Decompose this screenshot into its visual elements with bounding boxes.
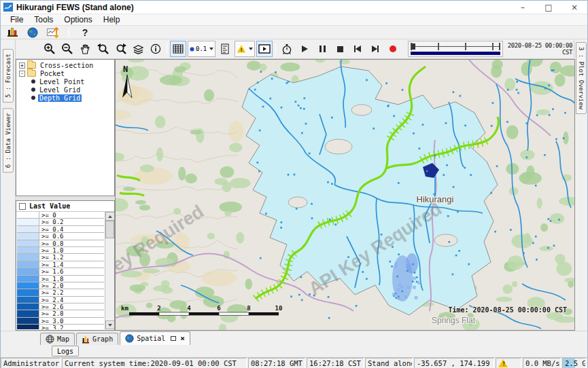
legend-entry: >= 0.6 <box>17 233 104 240</box>
time-slider-thumb[interactable] <box>412 43 415 50</box>
legend-label: >= 1.0 <box>39 247 64 253</box>
svg-text:10: 10 <box>275 305 283 312</box>
thresholds-warning-dropdown[interactable]: ! <box>235 41 255 57</box>
legend-label: >= 0.6 <box>39 233 64 239</box>
pause-button[interactable] <box>314 41 330 57</box>
step-forward-button[interactable] <box>367 41 383 57</box>
main-toolbar: ? <box>1 26 587 39</box>
spatial-display-icon[interactable] <box>46 26 60 39</box>
map-time-label: Time: 2020-08-25 00:00:00 CST <box>448 306 567 314</box>
legend-entry: >= 0.8 <box>17 240 104 247</box>
legend-swatch <box>17 297 39 303</box>
tree-item-pocket[interactable]: -Pocket <box>16 69 114 77</box>
legend-swatch <box>17 289 39 295</box>
tree-item-depth-grid[interactable]: Depth Grid <box>16 94 114 102</box>
legend-swatch <box>17 240 39 246</box>
tree-item-label: Depth Grid <box>38 94 82 102</box>
legend-label: >= 2.6 <box>39 303 64 310</box>
zoom-in-icon[interactable] <box>41 41 58 57</box>
help-icon[interactable]: ? <box>77 26 92 39</box>
step-back-button[interactable] <box>349 41 366 57</box>
legend-scrollbar[interactable] <box>105 212 114 329</box>
status-gmt-time: 08:27:18 GMT <box>248 358 305 368</box>
legend-swatch <box>17 268 39 274</box>
maximize-button[interactable]: □ <box>536 1 561 14</box>
legend-entry: >= 1.8 <box>17 276 104 282</box>
zoom-out-icon[interactable] <box>59 41 75 57</box>
last-value-checkbox[interactable] <box>19 203 26 210</box>
tree-item-level-point[interactable]: Level Point <box>16 77 114 86</box>
record-button[interactable] <box>385 41 401 57</box>
legend-swatch <box>17 254 39 260</box>
legend-entry: >= 0.2 <box>17 219 104 225</box>
legend-label: >= 0 <box>39 212 56 218</box>
menu-options[interactable]: Options <box>58 14 97 25</box>
legend-entry: >= 1.2 <box>17 254 104 261</box>
info-icon[interactable] <box>148 41 164 57</box>
scroll-up-icon[interactable] <box>105 212 114 221</box>
grid-display-icon[interactable] <box>170 41 186 57</box>
left-tab-strip: 5 : Forecast 6 : Data Viewer <box>1 39 16 331</box>
app-window: Hikurangi FEWS (Stand alone) – □ × File … <box>0 0 588 368</box>
legend-swatch <box>17 233 39 239</box>
town-label: Hikurangi <box>417 194 454 204</box>
legend-label: >= 1.8 <box>39 276 64 282</box>
time-slider[interactable] <box>408 41 503 57</box>
menu-bar: File Tools Options Help <box>1 14 587 26</box>
scroll-thumb[interactable] <box>105 221 114 238</box>
animation-movie-icon[interactable] <box>256 41 273 57</box>
scale-legend-icon[interactable] <box>217 41 233 57</box>
close-view-icon[interactable]: × <box>180 334 185 343</box>
play-button[interactable] <box>296 41 313 57</box>
close-button[interactable]: × <box>561 1 587 14</box>
legend-swatch <box>17 247 39 253</box>
stop-button[interactable] <box>332 41 348 57</box>
layer-tree: +Cross-section-PocketLevel PointLevel Gr… <box>16 59 115 196</box>
tab-spatial[interactable]: Spatial × <box>120 331 190 345</box>
status-user: Administrator <box>1 358 60 368</box>
logs-button[interactable]: Logs <box>52 346 79 356</box>
logs-row: Logs <box>1 345 587 358</box>
node-bullet-icon <box>31 96 35 100</box>
tab-map[interactable]: Map <box>40 333 75 345</box>
map-view[interactable]: API Key Required API Key Required N km 2… <box>115 59 575 331</box>
legend-label: >= 1.6 <box>39 268 64 274</box>
contour-value: 0.1 <box>196 45 207 52</box>
legend-swatch <box>17 303 39 310</box>
svg-text:6: 6 <box>217 305 220 312</box>
tree-item-level-grid[interactable]: Level Grid <box>16 86 114 94</box>
menu-help[interactable]: Help <box>98 14 126 25</box>
minimize-button[interactable]: – <box>510 1 536 14</box>
map-globe-icon[interactable] <box>25 26 40 39</box>
legend-panel: Last Value >= 0>= 0.2>= 0.4>= 0.6>= 0.8>… <box>16 200 115 331</box>
tree-item-label: Level Grid <box>38 86 82 94</box>
contour-overlay-dropdown[interactable]: 0.1 <box>188 41 215 57</box>
folder-icon <box>27 62 36 69</box>
tab-data-viewer[interactable]: 6 : Data Viewer <box>3 108 14 172</box>
pan-hand-icon[interactable] <box>77 41 93 57</box>
legend-entry: >= 2.6 <box>17 303 104 310</box>
legend-swatch <box>17 261 39 268</box>
tab-graph[interactable]: Graph <box>76 333 118 345</box>
legend-label: >= 0.2 <box>39 219 64 225</box>
tree-toggle-icon[interactable]: + <box>19 62 25 69</box>
database-chart-icon[interactable] <box>5 26 20 39</box>
tree-toggle-icon[interactable]: - <box>19 71 25 77</box>
layers-icon[interactable] <box>130 41 146 57</box>
tab-plot-overview[interactable]: 3 : Plot Overview <box>576 42 587 114</box>
stopwatch-icon[interactable] <box>279 41 295 57</box>
menu-file[interactable]: File <box>5 14 29 25</box>
status-network-rate: 0.0 MB/s <box>523 358 561 368</box>
restore-view-icon[interactable] <box>171 336 176 341</box>
status-local-time: 16:27:18 CST <box>307 358 364 368</box>
legend-title: Last Value <box>29 202 70 210</box>
zoom-previous-icon[interactable] <box>94 41 111 57</box>
status-warning-cell[interactable]: ! <box>496 358 521 368</box>
tab-forecast[interactable]: 5 : Forecast <box>3 49 14 103</box>
legend-list: >= 0>= 0.2>= 0.4>= 0.6>= 0.8>= 1.0>= 1.2… <box>17 212 104 329</box>
spatial-globe-icon <box>125 334 134 343</box>
scroll-down-icon[interactable] <box>105 320 114 329</box>
legend-entry: >= 2.0 <box>17 282 104 289</box>
zoom-next-icon[interactable] <box>112 41 128 57</box>
menu-tools[interactable]: Tools <box>29 14 58 25</box>
